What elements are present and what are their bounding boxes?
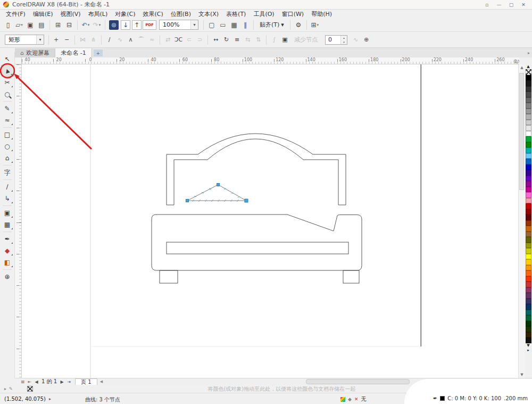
add-tools-button[interactable]: ⊕ [1,271,14,283]
color-swatch[interactable] [526,265,531,271]
convert-to-line-icon[interactable]: ∕ [104,35,114,45]
first-page-icon[interactable]: ⇤ [26,380,33,384]
color-swatch[interactable] [526,75,531,81]
minimize-button[interactable]: — [494,1,504,9]
freehand-tool[interactable]: ✎ [1,103,14,114]
new-tab-button[interactable]: + [94,50,103,56]
launcher-icon[interactable]: ⊞▾ [310,20,320,30]
color-swatch[interactable] [526,159,531,164]
close-curve-icon[interactable]: ƆC [173,35,184,45]
color-swatch[interactable] [526,97,531,103]
menu-item-2[interactable]: 视图(V) [56,10,84,18]
dock-window-button[interactable]: ▫ [481,1,492,9]
color-swatch[interactable] [526,136,531,142]
export-icon[interactable]: ↑ [132,20,142,30]
ruler-origin-box[interactable] [15,57,22,64]
add-page-icon[interactable]: ⊞ [19,380,26,384]
transparency-tool[interactable]: ▦ [1,219,14,230]
color-swatch[interactable] [526,315,531,321]
extract-subpath-icon[interactable]: ⊃ [195,35,205,45]
bed-leg-right[interactable] [343,270,359,283]
fullscreen-preview-icon[interactable]: ▢ [206,20,217,30]
menu-item-5[interactable]: 效果(C) [139,10,167,18]
selected-triangle-curve[interactable] [186,184,248,203]
open-folder-icon[interactable]: ▱▾ [14,20,24,30]
document-no-color-swatch[interactable] [27,386,33,392]
smoothness-spinner[interactable]: 0 ▴▾ [325,35,347,45]
paste-icon[interactable]: ⊟ [64,20,74,30]
reflect-horizontal-icon[interactable]: ⇆ [243,35,253,45]
interactive-fill-tool[interactable]: ◆ [1,245,14,257]
menu-item-10[interactable]: 窗口(W) [278,10,307,18]
convert-to-curve-icon[interactable]: ∿ [115,35,125,45]
polygon-tool[interactable]: ⌂ [1,152,14,164]
eyedropper-small-icon[interactable]: ✎ [9,386,13,391]
publish-pdf-icon[interactable]: PDF [143,20,156,30]
color-swatch[interactable] [526,321,531,327]
color-swatch[interactable] [526,176,531,182]
menu-item-8[interactable]: 表格(T) [222,10,250,18]
save-icon[interactable]: ▣ [25,20,36,30]
color-swatch[interactable] [526,299,531,304]
mattress-inner-rect[interactable] [167,242,348,254]
select-mode-icon[interactable]: ⊕ [361,35,371,45]
menu-item-7[interactable]: 文本(X) [195,10,222,18]
triangle-path[interactable] [187,185,246,201]
color-swatch[interactable] [526,209,531,215]
color-swatch[interactable] [526,310,531,316]
no-color-swatch[interactable] [526,69,531,75]
menu-item-4[interactable]: 对象(C) [111,10,139,18]
stretch-nodes-icon[interactable]: ↔ [211,35,221,45]
color-swatch[interactable] [526,170,531,176]
zoom-tool[interactable]: ○ [1,88,14,100]
color-swatch[interactable] [526,326,531,332]
color-swatch[interactable] [526,198,531,204]
menu-item-9[interactable]: 工具(O) [250,10,278,18]
bed-leg-left[interactable] [160,270,178,283]
color-swatch[interactable] [526,270,531,276]
color-swatch[interactable] [526,259,531,265]
align-nodes-icon[interactable]: ≡ [232,35,242,45]
print-icon[interactable]: ▤ [36,20,47,30]
vertical-ruler[interactable] [15,64,22,378]
color-swatch[interactable] [526,220,531,226]
show-rulers-icon[interactable]: ▭ [218,20,228,30]
preset-combo[interactable]: 矩形 ▾ [5,35,44,45]
copy-icon[interactable]: ⊞ [53,20,63,30]
menu-item-3[interactable]: 布局(L) [85,10,112,18]
color-swatch[interactable] [526,254,531,260]
join-nodes-icon[interactable]: ⋈ [78,35,88,45]
color-swatch[interactable] [526,164,531,170]
eyedropper-tool[interactable]: ✒ [1,233,14,245]
color-swatch[interactable] [526,142,531,148]
headboard-outline[interactable] [167,134,346,205]
horizontal-ruler[interactable]: 毫米 4020020406080100120140160180200220240… [22,57,519,64]
shape-tool[interactable]: ▲ [1,65,14,77]
bed-drawing[interactable] [152,134,362,283]
color-swatch[interactable] [526,215,531,220]
color-swatch[interactable] [526,203,531,209]
color-swatch[interactable] [526,103,531,109]
previous-page-icon[interactable]: ◀ [33,380,40,384]
last-page-icon[interactable]: ⇥ [65,380,72,384]
dimension-tool[interactable]: ∕ [1,181,14,193]
show-guidelines-icon[interactable]: ∥ [240,20,251,30]
color-swatch[interactable] [526,192,531,198]
pick-tool[interactable]: ↖ [1,53,14,65]
elastic-mode-icon[interactable]: ∫ [269,35,279,45]
reverse-direction-icon[interactable]: ⇄ [163,35,173,45]
spinner-arrows[interactable]: ▴▾ [340,36,347,44]
reflect-vertical-icon[interactable]: ⇅ [253,35,263,45]
menu-item-1[interactable]: 编辑(E) [29,10,57,18]
smooth-node-icon[interactable]: ⌒ [136,35,146,45]
zoom-level-combo[interactable]: 100%▾ [159,20,198,30]
rectangle-tool[interactable]: □ [1,129,14,141]
color-swatch[interactable] [526,109,531,114]
scroll-left-icon[interactable]: ◀ [100,380,103,384]
document-page[interactable] [22,64,518,378]
chevron-down-icon[interactable]: ▾ [36,35,44,44]
color-swatch[interactable] [526,293,531,299]
menu-item-6[interactable]: 位图(B) [167,10,195,18]
spinner-up-icon[interactable]: ▴ [341,36,347,40]
color-swatch[interactable] [526,237,531,243]
